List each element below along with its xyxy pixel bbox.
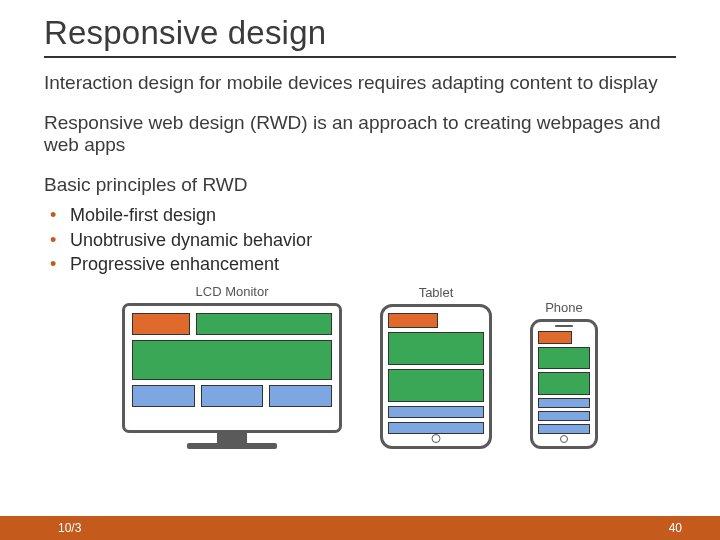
phone-device: Phone [530, 300, 598, 449]
phone-icon [530, 319, 598, 449]
layout-block-blue [538, 398, 590, 408]
layout-block-orange [538, 331, 572, 344]
monitor-device: LCD Monitor [122, 284, 342, 449]
layout-block-orange [388, 313, 438, 328]
footer-date: 10/3 [58, 521, 81, 535]
layout-block-blue [538, 411, 590, 421]
layout-block-green [132, 340, 332, 380]
layout-block-green [538, 372, 590, 394]
layout-block-blue [388, 406, 484, 418]
phone-label: Phone [530, 300, 598, 315]
devices-illustration: LCD Monitor Tablet [44, 284, 676, 449]
monitor-label: LCD Monitor [122, 284, 342, 299]
title-rule [44, 56, 676, 58]
tablet-icon [380, 304, 492, 449]
layout-block-blue [538, 424, 590, 434]
list-item: Mobile-first design [70, 203, 676, 227]
layout-block-blue [201, 385, 264, 407]
layout-block-blue [132, 385, 195, 407]
slide-title: Responsive design [44, 14, 676, 52]
layout-block-blue [388, 422, 484, 434]
monitor-base-icon [187, 443, 277, 449]
tablet-label: Tablet [380, 285, 492, 300]
slide-content: Responsive design Interaction design for… [0, 0, 720, 449]
monitor-stand-icon [217, 433, 247, 443]
layout-block-blue [269, 385, 332, 407]
footer-page-number: 40 [669, 521, 682, 535]
list-item: Unobtrusive dynamic behavior [70, 228, 676, 252]
list-item: Progressive enhancement [70, 252, 676, 276]
paragraph-intro: Interaction design for mobile devices re… [44, 72, 676, 94]
monitor-screen-icon [122, 303, 342, 433]
paragraph-rwd: Responsive web design (RWD) is an approa… [44, 112, 676, 156]
layout-block-orange [132, 313, 190, 335]
slide-footer: 10/3 40 [0, 516, 720, 540]
layout-block-green [196, 313, 332, 335]
layout-block-green [388, 369, 484, 402]
layout-block-green [388, 332, 484, 365]
paragraph-principles: Basic principles of RWD [44, 174, 676, 196]
layout-block-green [538, 347, 590, 369]
principles-list: Mobile-first design Unobtrusive dynamic … [44, 203, 676, 276]
tablet-device: Tablet [380, 285, 492, 449]
